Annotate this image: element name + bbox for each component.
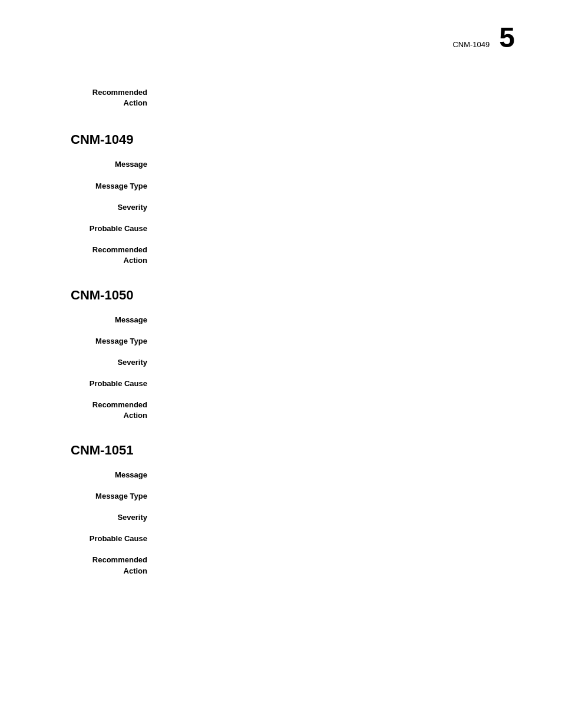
field-label: Severity bbox=[71, 357, 153, 368]
field-label: Message Type bbox=[71, 181, 153, 192]
field-row: Probable Cause bbox=[35, 378, 527, 389]
section-title-cnm-1050: CNM-1050 bbox=[35, 288, 527, 303]
field-row: Message bbox=[35, 315, 527, 325]
field-row: RecommendedAction bbox=[35, 400, 527, 421]
field-label: RecommendedAction bbox=[71, 400, 153, 421]
field-label: Message Type bbox=[71, 491, 153, 502]
field-label: Message Type bbox=[71, 336, 153, 347]
section-cnm-1049: CNM-1049MessageMessage TypeSeverityProba… bbox=[35, 132, 527, 266]
field-label: RecommendedAction bbox=[71, 245, 153, 266]
field-row: Probable Cause bbox=[35, 223, 527, 234]
field-row: Message bbox=[35, 470, 527, 480]
page-number: 5 bbox=[499, 24, 515, 52]
field-row: Message Type bbox=[35, 181, 527, 192]
field-row: Severity bbox=[35, 357, 527, 368]
sections-container: CNM-1049MessageMessage TypeSeverityProba… bbox=[35, 132, 527, 576]
prev-recommended-action-row: RecommendedAction bbox=[35, 87, 527, 108]
field-row: Message Type bbox=[35, 491, 527, 502]
doc-id: CNM-1049 bbox=[452, 40, 490, 49]
field-label: Severity bbox=[71, 202, 153, 213]
field-label: Probable Cause bbox=[71, 223, 153, 234]
section-cnm-1050: CNM-1050MessageMessage TypeSeverityProba… bbox=[35, 288, 527, 421]
field-row: RecommendedAction bbox=[35, 245, 527, 266]
section-title-cnm-1049: CNM-1049 bbox=[35, 132, 527, 147]
section-title-cnm-1051: CNM-1051 bbox=[35, 443, 527, 458]
field-row: Probable Cause bbox=[35, 533, 527, 544]
field-row: Severity bbox=[35, 512, 527, 523]
field-label: Message bbox=[71, 159, 153, 170]
field-row: Message bbox=[35, 159, 527, 170]
field-row: Message Type bbox=[35, 336, 527, 347]
page-header: CNM-1049 5 bbox=[35, 24, 527, 52]
field-label: Message bbox=[71, 315, 153, 325]
field-label: Probable Cause bbox=[71, 533, 153, 544]
prev-recommended-action-label: RecommendedAction bbox=[71, 87, 153, 108]
field-row: Severity bbox=[35, 202, 527, 213]
field-label: Severity bbox=[71, 512, 153, 523]
section-cnm-1051: CNM-1051MessageMessage TypeSeverityProba… bbox=[35, 443, 527, 577]
field-label: Probable Cause bbox=[71, 378, 153, 389]
field-label: RecommendedAction bbox=[71, 555, 153, 576]
field-label: Message bbox=[71, 470, 153, 480]
field-row: RecommendedAction bbox=[35, 555, 527, 576]
